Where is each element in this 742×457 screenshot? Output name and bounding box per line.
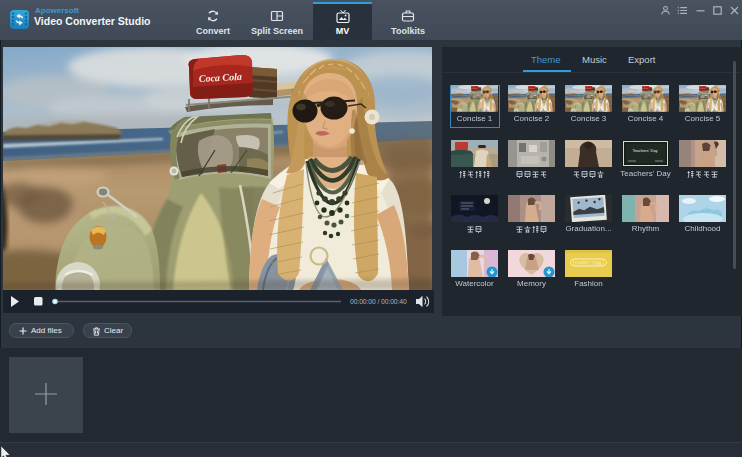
svg-text:HAPPY TIME: HAPPY TIME <box>575 261 602 266</box>
svg-text:Teachers' Day: Teachers' Day <box>632 148 657 153</box>
svg-text:Coca Cola: Coca Cola <box>199 71 243 84</box>
